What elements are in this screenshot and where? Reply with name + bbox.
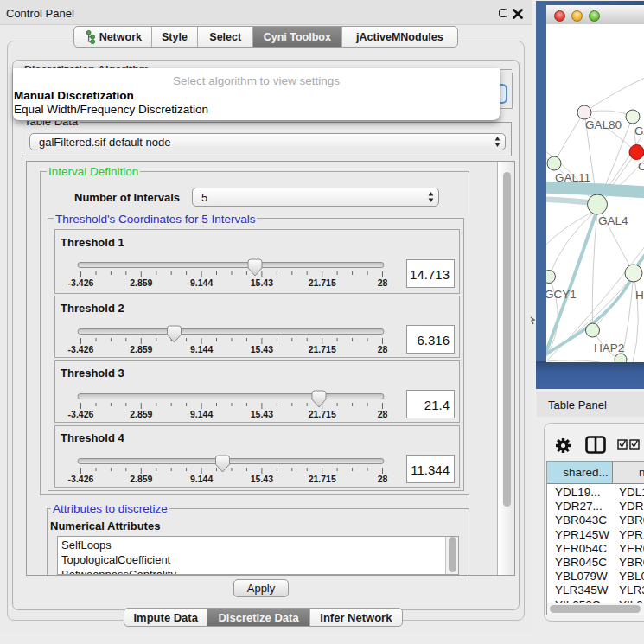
svg-text:15.43: 15.43 bbox=[251, 277, 273, 288]
svg-text:28: 28 bbox=[378, 409, 388, 419]
svg-text:15.43: 15.43 bbox=[251, 409, 273, 419]
svg-text:9.144: 9.144 bbox=[190, 474, 213, 484]
svg-text:15.43: 15.43 bbox=[251, 474, 273, 484]
svg-text:28: 28 bbox=[378, 344, 388, 354]
svg-text:2.859: 2.859 bbox=[130, 277, 152, 288]
svg-text:CYC8: CYC8 bbox=[638, 160, 644, 173]
svg-text:-3.426: -3.426 bbox=[68, 277, 94, 288]
svg-text:HIS4: HIS4 bbox=[635, 289, 644, 302]
svg-text:21.715: 21.715 bbox=[309, 409, 336, 419]
svg-text:GAL80: GAL80 bbox=[585, 118, 622, 131]
svg-text:GAL11: GAL11 bbox=[555, 171, 590, 184]
svg-text:HAP2: HAP2 bbox=[594, 341, 624, 354]
svg-text:GAL4: GAL4 bbox=[598, 214, 628, 227]
svg-text:GCY1: GCY1 bbox=[546, 288, 577, 301]
svg-text:2.859: 2.859 bbox=[130, 474, 152, 484]
svg-text:9.144: 9.144 bbox=[190, 344, 213, 354]
svg-text:-3.426: -3.426 bbox=[68, 344, 94, 354]
svg-text:9.144: 9.144 bbox=[190, 277, 213, 288]
svg-text:21.715: 21.715 bbox=[309, 277, 336, 288]
svg-text:9.144: 9.144 bbox=[190, 409, 213, 419]
svg-text:21.715: 21.715 bbox=[309, 474, 336, 484]
svg-text:28: 28 bbox=[378, 277, 388, 288]
svg-text:2.859: 2.859 bbox=[130, 409, 152, 419]
svg-text:GAL3: GAL3 bbox=[634, 124, 644, 137]
svg-text:28: 28 bbox=[378, 474, 388, 484]
svg-text:21.715: 21.715 bbox=[309, 344, 336, 354]
svg-text:-3.426: -3.426 bbox=[68, 474, 94, 484]
svg-text:2.859: 2.859 bbox=[130, 344, 152, 354]
svg-text:-3.426: -3.426 bbox=[68, 409, 94, 419]
svg-text:15.43: 15.43 bbox=[251, 344, 273, 354]
